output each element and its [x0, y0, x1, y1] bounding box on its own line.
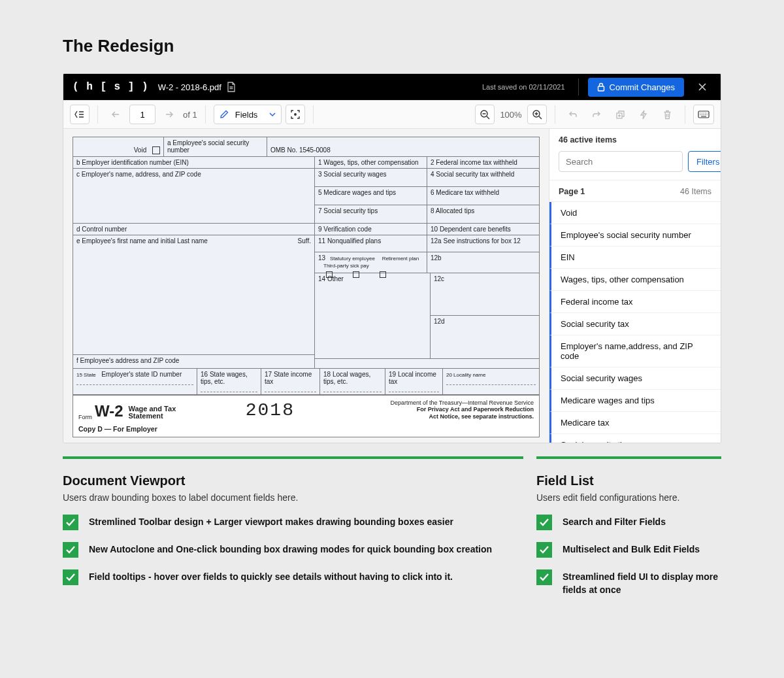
redo-button[interactable]	[587, 105, 606, 124]
box-17-label: 17 State income tax	[265, 371, 312, 385]
zoom-out-button[interactable]	[475, 105, 495, 124]
field-item[interactable]: Social security tips	[549, 434, 721, 443]
dept-line1: Department of the Treasury—Internal Reve…	[390, 399, 534, 406]
ann-fieldlist-sub: Users edit field configurations here.	[536, 492, 721, 503]
box-14-label: 14 Other	[318, 275, 344, 282]
box-12c-label: 12c	[434, 275, 444, 282]
field-item[interactable]: Medicare tax	[549, 412, 721, 434]
w2-word: W-2	[92, 402, 123, 420]
box-9-label: 9 Verification code	[318, 226, 372, 233]
field-item[interactable]: Medicare wages and tips	[549, 390, 721, 412]
quickdraw-button[interactable]	[634, 105, 653, 124]
box-c-label: c Employer's name, address, and ZIP code	[76, 171, 201, 178]
ann-item-text: Search and Filter Fields	[563, 515, 666, 529]
box-18-label: 18 Local wages, tips, etc.	[323, 371, 370, 385]
wts-line2: Statement	[129, 412, 163, 420]
box-12d-label: 12d	[434, 318, 445, 325]
box-7-label: 7 Social security tips	[318, 207, 378, 214]
chevron-down-icon	[269, 112, 276, 116]
box-13b-label: Retirement plan	[382, 256, 419, 262]
undo-icon	[568, 110, 578, 119]
check-icon	[536, 515, 552, 530]
field-list[interactable]: Void Employee's social security number E…	[549, 202, 721, 443]
page-total: of 1	[183, 110, 197, 120]
panel-page-count: 46 Items	[680, 187, 711, 196]
field-item[interactable]: Social security wages	[549, 367, 721, 390]
ann-fieldlist-title: Field List	[536, 473, 721, 488]
sidebar-toggle-button[interactable]	[70, 105, 90, 124]
mode-dropdown[interactable]: Fields	[214, 105, 282, 124]
ann-item-text: New Autoclone and One-click bounding box…	[89, 542, 492, 556]
close-button[interactable]	[693, 78, 711, 96]
crosshair-icon	[290, 109, 301, 120]
field-item[interactable]: Void	[549, 202, 721, 224]
ann-item-text: Streamlined field UI to display more fie…	[563, 569, 721, 596]
check-icon	[63, 569, 78, 585]
autoclone-button[interactable]	[610, 105, 630, 124]
document-viewport[interactable]: Void a Employee's social security number…	[63, 129, 549, 443]
field-item[interactable]: Wages, tips, other compensation	[549, 269, 721, 291]
box-19-label: 19 Local income tax	[389, 371, 436, 385]
lock-icon	[597, 82, 605, 92]
field-item[interactable]: Employee's social security number	[549, 224, 721, 246]
toolbar: of 1 Fields 100%	[63, 100, 721, 129]
zoom-out-icon	[480, 110, 490, 120]
field-item[interactable]: EIN	[549, 246, 721, 269]
box-11-label: 11 Nonqualified plans	[318, 237, 381, 245]
lightning-icon	[640, 110, 647, 120]
annotation-viewport: Document Viewport Users draw bounding bo…	[63, 456, 523, 608]
commit-button[interactable]: Commit Changes	[588, 78, 684, 97]
zoom-in-icon	[532, 110, 542, 120]
box-d-label: d Control number	[76, 226, 127, 233]
focus-button[interactable]	[286, 105, 305, 124]
field-item[interactable]: Employer's name,address, and ZIP code	[549, 335, 721, 367]
keyboard-button[interactable]	[693, 105, 714, 124]
app-window: ( h [ s ] ) W-2 - 2018-6.pdf Last saved …	[63, 73, 721, 443]
void-label: Void	[134, 146, 146, 154]
active-items-count: 46 active items	[549, 129, 721, 148]
page-heading: The Redesign	[63, 36, 721, 56]
box-13-label: 13	[318, 254, 325, 262]
box-b-label: b Employer identification number (EIN)	[76, 159, 189, 166]
trash-icon	[663, 110, 672, 120]
page-input[interactable]	[129, 105, 155, 124]
box-15-label: 15 State	[76, 372, 96, 378]
page-next-button[interactable]	[159, 105, 179, 124]
void-checkbox	[152, 146, 160, 154]
file-name: W-2 - 2018-6.pdf	[158, 82, 236, 92]
autoclone-icon	[615, 110, 625, 120]
pencil-icon	[220, 110, 229, 119]
field-item[interactable]: Social security tax	[549, 313, 721, 335]
dept-line3: Act Notice, see separate instructions.	[429, 413, 534, 420]
zoom-in-button[interactable]	[527, 105, 547, 124]
sidebar-icon	[74, 110, 85, 119]
box-5-label: 5 Medicare wages and tips	[318, 189, 396, 196]
check-icon	[536, 542, 552, 558]
omb-label: OMB No. 1545-0008	[270, 146, 331, 154]
page-prev-button[interactable]	[106, 105, 125, 124]
ann-viewport-sub: Users draw bounding boxes to label docum…	[63, 492, 523, 503]
box-15b-label: Employer's state ID number	[101, 371, 182, 378]
delete-button[interactable]	[657, 105, 677, 124]
copy-line: Copy D — For Employer	[73, 423, 539, 437]
box-2-label: 2 Federal income tax withheld	[431, 159, 517, 166]
ann-viewport-title: Document Viewport	[63, 473, 523, 488]
ann-item-text: Field tooltips - hover over fields to qu…	[89, 569, 453, 584]
undo-button[interactable]	[563, 105, 583, 124]
titlebar: ( h [ s ] ) W-2 - 2018-6.pdf Last saved …	[63, 74, 721, 100]
svg-point-1	[294, 114, 295, 115]
box-4-label: 4 Social security tax withheld	[431, 171, 514, 178]
check-icon	[63, 542, 78, 558]
field-item[interactable]: Federal income tax	[549, 291, 721, 313]
ann-item-text: Multiselect and Bulk Edit Fields	[563, 542, 700, 556]
annotation-fieldlist: Field List Users edit field configuratio…	[536, 456, 721, 608]
check-icon	[536, 569, 552, 585]
box-13c-label: Third-party sick pay	[323, 263, 369, 269]
filters-button[interactable]: Filters	[688, 151, 721, 172]
w2-form: Void a Employee's social security number…	[73, 137, 540, 437]
search-input[interactable]	[559, 151, 683, 172]
box-8-label: 8 Allocated tips	[431, 207, 474, 214]
ann-item-text: Stremlined Toolbar design + Larger viewp…	[89, 515, 453, 529]
form-year: 2018	[246, 400, 295, 420]
field-list-panel: 46 active items Filters Page 1 46 Items …	[549, 129, 721, 443]
